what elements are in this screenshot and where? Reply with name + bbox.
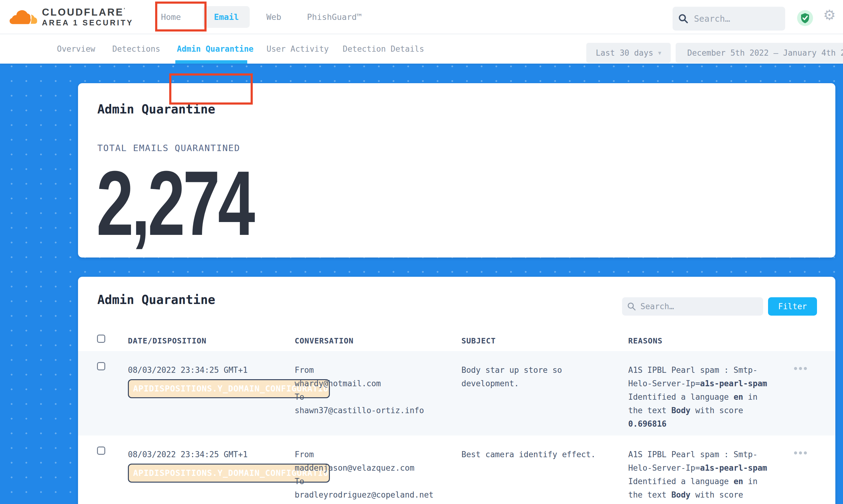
ellipsis-dot	[794, 367, 797, 370]
tab-admin-quarantine[interactable]: Admin Quarantine	[177, 44, 253, 54]
brand-trademark: ’	[124, 7, 126, 12]
brand-name: CLOUDFLARE’	[42, 7, 134, 17]
shield-check-icon	[800, 13, 810, 23]
tab-user-activity[interactable]: User Activity	[266, 44, 329, 54]
row-reasons: A1S IPBL Pearl spam : Smtp-Helo-Server-I…	[628, 363, 781, 431]
ellipsis-dot	[799, 451, 802, 454]
reason-line: the text Body with score	[628, 488, 781, 502]
table-header: DATE/DISPOSITION CONVERSATION SUBJECT RE…	[78, 332, 835, 351]
nav-item-email-active[interactable]: Email	[203, 6, 250, 28]
settings-gear-icon[interactable]: ⚙	[823, 7, 836, 23]
row-subject: Body star up store sodevelopment.	[461, 363, 562, 390]
quarantine-table-body: 08/03/2022 23:34:25 GMT+1APIDISPOSITIONS…	[78, 351, 835, 504]
reason-line: Identified a language en in	[628, 390, 781, 404]
search-icon	[678, 14, 688, 24]
chevron-down-icon: ▼	[658, 50, 661, 56]
date-range-display[interactable]: December 5th 2022 — January 4th 2023	[675, 43, 843, 63]
nav-item-home[interactable]: Home	[157, 12, 185, 22]
top-header: CLOUDFLARE’ AREA 1 SECURITY Home Email W…	[0, 0, 843, 34]
conversation-line: maddenjason@velazquez.com	[295, 461, 434, 475]
table-row: 08/03/2022 23:34:25 GMT+1APIDISPOSITIONS…	[78, 435, 835, 504]
nav-item-phishguard[interactable]: PhishGuard™	[303, 12, 365, 22]
time-range-dropdown[interactable]: Last 30 days ▼	[586, 43, 671, 63]
tab-detection-details[interactable]: Detection Details	[343, 44, 424, 54]
search-icon	[627, 302, 636, 311]
conversation-line: From	[295, 448, 434, 461]
email-sub-nav: Overview Detections Admin Quarantine Use…	[0, 34, 843, 64]
tab-detections[interactable]: Detections	[112, 44, 160, 54]
column-header-date: DATE/DISPOSITION	[128, 337, 207, 345]
subject-line: Best camera identify effect.	[461, 448, 595, 461]
row-conversation[interactable]: Frommaddenjason@velazquez.comTobradleyro…	[295, 448, 434, 502]
tab-overview[interactable]: Overview	[57, 44, 95, 54]
primary-nav: Home Email Web PhishGuard™	[157, 6, 365, 28]
row-conversation[interactable]: Fromwhardy@hotmail.comToshawn37@castillo…	[295, 363, 424, 417]
stat-card-title: Admin Quarantine	[97, 102, 215, 116]
reason-line: A1S IPBL Pearl spam : Smtp-	[628, 448, 781, 461]
row-date: 08/03/2022 23:34:25 GMT+1	[128, 448, 248, 461]
table-search-placeholder: Search…	[640, 302, 674, 311]
reason-line: Identified a language en in	[628, 475, 781, 488]
conversation-line: To	[295, 390, 424, 404]
quarantine-stat-card: Admin Quarantine TOTAL EMAILS QUARANTINE…	[78, 83, 835, 257]
protection-status-badge[interactable]	[797, 10, 813, 26]
page-background: Admin Quarantine TOTAL EMAILS QUARANTINE…	[0, 64, 843, 504]
nav-item-web[interactable]: Web	[263, 12, 285, 22]
row-checkbox[interactable]	[97, 362, 105, 370]
quarantine-table-card: Admin Quarantine Search… Filter DATE/DIS…	[78, 277, 835, 504]
cloudflare-cloud-icon	[8, 8, 38, 26]
row-date: 08/03/2022 23:34:25 GMT+1	[128, 363, 248, 377]
conversation-line: To	[295, 475, 434, 488]
row-subject: Best camera identify effect.	[461, 448, 595, 461]
select-all-checkbox[interactable]	[97, 335, 105, 343]
row-actions-button[interactable]	[794, 451, 807, 454]
global-search-input[interactable]: Search…	[672, 7, 785, 31]
subject-line: development.	[461, 377, 562, 390]
conversation-line: whardy@hotmail.com	[295, 377, 424, 390]
brand-subtitle: AREA 1 SECURITY	[42, 19, 134, 26]
row-actions-button[interactable]	[794, 367, 807, 370]
total-quarantined-value: 2,274	[96, 157, 253, 249]
reason-line: 0.696816	[628, 417, 781, 431]
filter-button[interactable]: Filter	[768, 297, 817, 316]
table-search-input[interactable]: Search…	[622, 297, 763, 316]
table-card-title: Admin Quarantine	[97, 293, 215, 307]
conversation-line: bradleyrodriguez@copeland.net	[295, 488, 434, 502]
row-reasons: A1S IPBL Pearl spam : Smtp-Helo-Server-I…	[628, 448, 781, 504]
ellipsis-dot	[804, 367, 807, 370]
ellipsis-dot	[799, 367, 802, 370]
column-header-conversation: CONVERSATION	[295, 337, 354, 345]
ellipsis-dot	[804, 451, 807, 454]
cloudflare-logo[interactable]: CLOUDFLARE’ AREA 1 SECURITY	[8, 7, 134, 26]
conversation-line: shawn37@castillo-ortiz.info	[295, 404, 424, 417]
conversation-line: From	[295, 363, 424, 377]
row-checkbox[interactable]	[97, 447, 105, 455]
global-search-placeholder: Search…	[694, 14, 730, 24]
ellipsis-dot	[794, 451, 797, 454]
column-header-subject: SUBJECT	[461, 337, 496, 345]
reason-line: Helo-Server-Ip=a1s-pearl-spam	[628, 377, 781, 390]
reason-line: A1S IPBL Pearl spam : Smtp-	[628, 363, 781, 377]
reason-line: the text Body with score	[628, 404, 781, 417]
subject-line: Body star up store so	[461, 363, 562, 377]
table-row: 08/03/2022 23:34:25 GMT+1APIDISPOSITIONS…	[78, 351, 835, 435]
reason-line: Helo-Server-Ip=a1s-pearl-spam	[628, 461, 781, 475]
reason-line: 0.696816	[628, 502, 781, 504]
active-tab-underline	[175, 60, 247, 64]
column-header-reasons: REASONS	[628, 337, 663, 345]
